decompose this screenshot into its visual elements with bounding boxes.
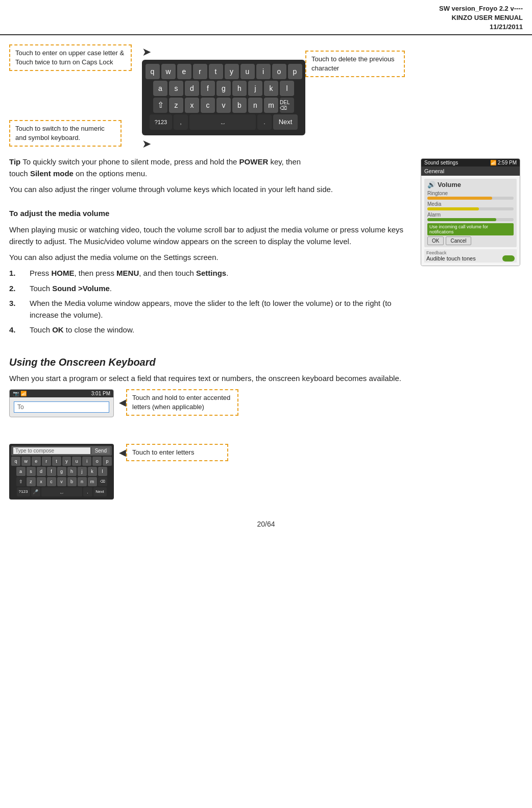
key-f[interactable]: f (201, 81, 215, 96)
k2-b[interactable]: b (67, 477, 77, 486)
k2-x[interactable]: x (37, 477, 46, 486)
key-k[interactable]: k (264, 81, 278, 96)
k2-123[interactable]: ?123 (17, 487, 30, 496)
adjust-para1: When playing music or watching video, to… (9, 224, 410, 248)
k2-l[interactable]: l (98, 467, 107, 476)
key-c[interactable]: c (201, 98, 215, 113)
k2-u[interactable]: u (72, 457, 81, 466)
ringtone-label: Ringtone (427, 191, 514, 196)
silent-mode-text: Silent mode (30, 169, 74, 178)
page-number: 20/64 (0, 510, 532, 538)
header-text: SW version_Froyo 2.2 v---- KINZO USER ME… (439, 4, 523, 32)
key-n[interactable]: n (248, 98, 262, 113)
key-123[interactable]: ?123 (150, 114, 172, 130)
k2-i[interactable]: i (82, 457, 91, 466)
k2-a[interactable]: a (16, 467, 26, 476)
k2-shift[interactable]: ⇧ (16, 477, 26, 486)
k2-j[interactable]: j (78, 467, 87, 476)
keyboard-mockup-2: Type to compose Send q w e r t y u i o p… (9, 444, 114, 500)
key-comma[interactable]: , (174, 114, 188, 130)
k2-y[interactable]: y (62, 457, 71, 466)
k2-n[interactable]: n (78, 477, 87, 486)
audible-toggle[interactable] (502, 255, 515, 262)
k2-space[interactable]: ⎵ (41, 487, 82, 496)
k2-period2[interactable]: . (83, 487, 92, 496)
key-x[interactable]: x (185, 98, 199, 113)
k2-o[interactable]: o (92, 457, 102, 466)
k2-mic[interactable]: 🎤 (31, 487, 40, 496)
delete-callout: Touch to delete the previous character (305, 51, 405, 77)
phone-body: 🔊 Volume Ringtone Media (421, 176, 520, 266)
key-period[interactable]: . (257, 114, 272, 130)
tip-text4: on the options menu. (76, 169, 147, 178)
sound-settings-image: Sound settings 📶 2:59 PM General 🔊 Volum… (421, 156, 523, 339)
k2-f[interactable]: f (47, 467, 56, 476)
right-callout-area: Touch to delete the previous character (305, 40, 407, 151)
cancel-button[interactable]: Cancel (446, 236, 471, 245)
k2-r[interactable]: r (42, 457, 51, 466)
k2-w[interactable]: w (21, 457, 31, 466)
media-fill (427, 207, 479, 210)
k2-t[interactable]: t (52, 457, 61, 466)
key-z[interactable]: z (169, 98, 183, 113)
key-d[interactable]: d (185, 81, 199, 96)
key-shift[interactable]: ⇧ (153, 98, 167, 113)
key-m[interactable]: m (264, 98, 278, 113)
key-l[interactable]: l (280, 81, 294, 96)
k2-p[interactable]: p (103, 457, 112, 466)
key-j[interactable]: j (248, 81, 262, 96)
k2-e[interactable]: e (32, 457, 41, 466)
send-button-2[interactable]: Send (92, 447, 110, 454)
k2-s[interactable]: s (27, 467, 36, 476)
tip-text3: touch (9, 169, 30, 178)
k2-d[interactable]: d (37, 467, 46, 476)
k2-q[interactable]: q (11, 457, 20, 466)
k2-v[interactable]: v (57, 477, 66, 486)
arrow-callout-2: ◀ Touch to enter letters (119, 444, 228, 461)
key-t[interactable]: t (209, 64, 223, 79)
key-a[interactable]: a (153, 81, 167, 96)
key-next[interactable]: Next (273, 114, 298, 130)
kb2-row-4: ?123 🎤 ⎵ . Next (11, 487, 112, 496)
numeric-switch-callout: Touch to switch to the numeric and symbo… (9, 120, 122, 147)
key-delete[interactable]: DEL ⌫ (280, 98, 294, 113)
arrow-numeric: ➤ (142, 137, 151, 151)
key-p[interactable]: p (288, 64, 302, 79)
to-input-field[interactable]: To (14, 401, 109, 413)
upper-case-callout-text: Touch to enter on upper case letter & To… (15, 49, 124, 66)
k2-c[interactable]: c (47, 477, 56, 486)
ringtone-fill (427, 197, 492, 200)
key-y[interactable]: y (225, 64, 239, 79)
k2-m[interactable]: m (88, 477, 97, 486)
key-space[interactable]: ⎵ (189, 114, 256, 130)
key-w[interactable]: w (161, 64, 176, 79)
section-para: When you start a program or select a fie… (9, 372, 523, 384)
delete-callout-text: Touch to delete the previous character (311, 55, 395, 72)
k2-next[interactable]: Next (93, 487, 107, 496)
kb2-row-1: q w e r t y u i o p (11, 457, 112, 466)
key-g[interactable]: g (216, 81, 231, 96)
phone-mockup: Sound settings 📶 2:59 PM General 🔊 Volum… (421, 158, 520, 266)
media-label: Media (427, 201, 514, 207)
key-r[interactable]: r (193, 64, 207, 79)
keyboard-section-3: Type to compose Send q w e r t y u i o p… (9, 444, 523, 500)
feedback-area: Feedback Audible touch tones (424, 249, 517, 263)
status2-icons: 📷 📶 (13, 391, 27, 396)
key-v[interactable]: v (216, 98, 231, 113)
type-compose-field[interactable]: Type to compose (13, 447, 90, 454)
k2-k[interactable]: k (88, 467, 97, 476)
k2-z[interactable]: z (27, 477, 36, 486)
key-i[interactable]: i (256, 64, 271, 79)
key-b[interactable]: b (232, 98, 247, 113)
k2-del[interactable]: ⌫ (98, 477, 107, 486)
key-o[interactable]: o (272, 64, 286, 79)
k2-g[interactable]: g (57, 467, 66, 476)
key-h[interactable]: h (232, 81, 247, 96)
key-q[interactable]: q (146, 64, 160, 79)
k2-h[interactable]: h (67, 467, 77, 476)
key-e[interactable]: e (177, 64, 191, 79)
key-u[interactable]: u (240, 64, 255, 79)
enter-letters-text: Touch to enter letters (132, 448, 194, 456)
ok-button[interactable]: OK (427, 236, 444, 245)
key-s[interactable]: s (169, 81, 183, 96)
